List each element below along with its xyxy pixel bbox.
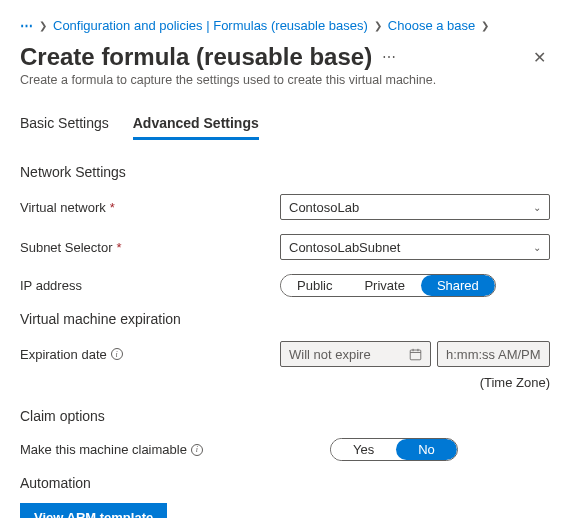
required-icon: * <box>117 240 122 255</box>
label-expiration: Expiration date i <box>20 347 280 362</box>
breadcrumb-link-choose-base[interactable]: Choose a base <box>388 18 475 33</box>
title-row: Create formula (reusable base) ⋯ ✕ <box>20 43 550 71</box>
ip-option-shared[interactable]: Shared <box>421 275 495 296</box>
label-text: Expiration date <box>20 347 107 362</box>
section-network: Network Settings <box>20 164 550 180</box>
label-text: Subnet Selector <box>20 240 113 255</box>
select-vnet[interactable]: ContosoLab ⌄ <box>280 194 550 220</box>
select-value: ContosoLab <box>289 200 359 215</box>
field-subnet: Subnet Selector * ContosoLabSubnet ⌄ <box>20 234 550 260</box>
claimable-no[interactable]: No <box>396 439 457 460</box>
info-icon[interactable]: i <box>111 348 123 360</box>
page-subtitle: Create a formula to capture the settings… <box>20 73 550 87</box>
breadcrumb: ⋯ ❯ Configuration and policies | Formula… <box>20 18 550 33</box>
ip-option-private[interactable]: Private <box>348 275 420 296</box>
expiration-inputs: Will not expire h:mm:ss AM/PM <box>280 341 550 367</box>
chevron-right-icon: ❯ <box>39 20 47 31</box>
calendar-icon <box>409 348 422 361</box>
label-text: Virtual network <box>20 200 106 215</box>
chevron-down-icon: ⌄ <box>533 202 541 213</box>
section-claim: Claim options <box>20 408 550 424</box>
label-vnet: Virtual network * <box>20 200 280 215</box>
claimable-yes[interactable]: Yes <box>331 439 396 460</box>
label-text: Make this machine claimable <box>20 442 187 457</box>
claimable-toggle-group: Yes No <box>330 438 458 461</box>
time-placeholder: h:mm:ss AM/PM <box>446 347 541 362</box>
label-subnet: Subnet Selector * <box>20 240 280 255</box>
field-expiration: Expiration date i Will not expire h:mm:s… <box>20 341 550 367</box>
tab-basic-settings[interactable]: Basic Settings <box>20 115 109 140</box>
ip-toggle-group: Public Private Shared <box>280 274 496 297</box>
page-title: Create formula (reusable base) <box>20 43 372 71</box>
field-ip: IP address Public Private Shared <box>20 274 550 297</box>
required-icon: * <box>110 200 115 215</box>
title-left: Create formula (reusable base) ⋯ <box>20 43 397 71</box>
expiration-time-input[interactable]: h:mm:ss AM/PM <box>437 341 550 367</box>
select-value: ContosoLabSubnet <box>289 240 400 255</box>
timezone-label: (Time Zone) <box>20 375 550 390</box>
chevron-down-icon: ⌄ <box>533 242 541 253</box>
close-icon[interactable]: ✕ <box>533 48 546 67</box>
field-claimable: Make this machine claimable i Yes No <box>20 438 550 461</box>
more-actions-icon[interactable]: ⋯ <box>382 49 397 65</box>
info-icon[interactable]: i <box>191 444 203 456</box>
field-vnet: Virtual network * ContosoLab ⌄ <box>20 194 550 220</box>
label-ip: IP address <box>20 278 280 293</box>
breadcrumb-link-config[interactable]: Configuration and policies | Formulas (r… <box>53 18 368 33</box>
tab-advanced-settings[interactable]: Advanced Settings <box>133 115 259 140</box>
tabs: Basic Settings Advanced Settings <box>20 115 550 140</box>
svg-rect-0 <box>410 350 421 360</box>
section-expiration: Virtual machine expiration <box>20 311 550 327</box>
label-claimable: Make this machine claimable i <box>20 442 280 457</box>
chevron-right-icon: ❯ <box>374 20 382 31</box>
ip-option-public[interactable]: Public <box>281 275 348 296</box>
chevron-right-icon: ❯ <box>481 20 489 31</box>
expiration-date-input[interactable]: Will not expire <box>280 341 431 367</box>
section-automation: Automation <box>20 475 550 491</box>
select-subnet[interactable]: ContosoLabSubnet ⌄ <box>280 234 550 260</box>
breadcrumb-overflow[interactable]: ⋯ <box>20 18 33 33</box>
date-placeholder: Will not expire <box>289 347 371 362</box>
view-arm-template-button[interactable]: View ARM template <box>20 503 167 518</box>
